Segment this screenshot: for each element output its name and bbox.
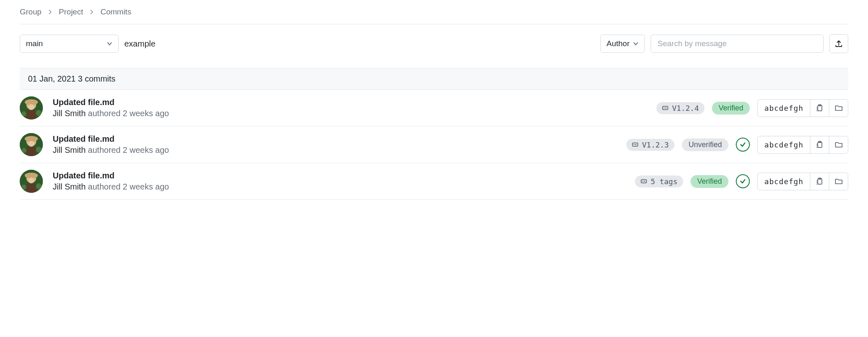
- verify-badge[interactable]: Unverified: [682, 138, 728, 151]
- tag-icon: [641, 178, 647, 185]
- date-header: 01 Jan, 2021 3 commits: [20, 68, 848, 90]
- path-text: example: [124, 39, 156, 49]
- verify-label: Verified: [719, 104, 743, 112]
- verify-label: Unverified: [688, 140, 722, 149]
- commit-row: Updated file.md Jill Smith authored 2 we…: [20, 126, 848, 163]
- breadcrumb: Group Project Commits: [20, 7, 848, 24]
- copy-sha-button[interactable]: [810, 100, 829, 117]
- commit-title[interactable]: Updated file.md: [53, 134, 169, 144]
- branch-name: main: [26, 39, 43, 48]
- check-icon: [739, 141, 747, 148]
- clipboard-icon: [816, 177, 824, 185]
- commit-meta: Jill Smith authored 2 weeks ago: [53, 182, 169, 192]
- tag-pill[interactable]: V1.2.4: [656, 102, 705, 114]
- browse-files-button[interactable]: [829, 100, 848, 117]
- breadcrumb-project[interactable]: Project: [59, 7, 83, 16]
- date-label: 01 Jan, 2021: [28, 74, 76, 83]
- export-icon: [835, 40, 843, 48]
- branch-select[interactable]: main: [20, 35, 119, 53]
- time-text: 2 weeks ago: [123, 182, 169, 191]
- chevron-down-icon: [107, 42, 112, 46]
- chevron-down-icon: [633, 42, 639, 46]
- breadcrumb-commits[interactable]: Commits: [100, 7, 131, 16]
- export-button[interactable]: [829, 34, 848, 53]
- commit-meta: Jill Smith authored 2 weeks ago: [53, 145, 169, 155]
- folder-icon: [835, 140, 843, 149]
- copy-sha-button[interactable]: [810, 173, 829, 190]
- clipboard-icon: [816, 104, 824, 112]
- action-text: authored: [88, 182, 121, 191]
- toolbar: main example Author: [20, 24, 848, 68]
- commit-meta: Jill Smith authored 2 weeks ago: [53, 109, 169, 118]
- author-filter[interactable]: Author: [600, 35, 645, 53]
- tag-icon: [632, 141, 639, 148]
- sha-group: abcdefgh: [757, 99, 848, 117]
- sha-group: abcdefgh: [757, 136, 848, 154]
- commit-count: 3 commits: [78, 74, 115, 83]
- action-text: authored: [88, 109, 121, 118]
- folder-icon: [835, 104, 843, 112]
- author-label: Author: [607, 39, 630, 48]
- commit-sha[interactable]: abcdefgh: [758, 100, 810, 117]
- commit-sha[interactable]: abcdefgh: [758, 173, 810, 190]
- tag-pill[interactable]: V1.2.3: [626, 139, 674, 151]
- tag-label: V1.2.4: [672, 104, 699, 112]
- author-name[interactable]: Jill Smith: [53, 109, 86, 118]
- avatar[interactable]: [20, 133, 43, 156]
- clipboard-icon: [816, 140, 824, 149]
- commit-title[interactable]: Updated file.md: [53, 98, 169, 107]
- author-name[interactable]: Jill Smith: [53, 182, 86, 191]
- action-text: authored: [88, 145, 121, 154]
- tag-pill[interactable]: 5 tags: [635, 176, 683, 187]
- browse-files-button[interactable]: [829, 173, 848, 190]
- pipeline-status[interactable]: [736, 174, 750, 188]
- avatar[interactable]: [20, 170, 43, 193]
- folder-icon: [835, 177, 843, 185]
- tag-label: 5 tags: [651, 177, 677, 186]
- time-text: 2 weeks ago: [123, 109, 169, 118]
- verify-badge[interactable]: Verified: [691, 175, 728, 188]
- chevron-right-icon: [90, 9, 94, 14]
- sha-group: abcdefgh: [757, 173, 848, 190]
- browse-files-button[interactable]: [829, 136, 848, 153]
- time-text: 2 weeks ago: [123, 145, 169, 154]
- chevron-right-icon: [48, 9, 52, 14]
- commit-row: Updated file.md Jill Smith authored 2 we…: [20, 90, 848, 126]
- avatar[interactable]: [20, 96, 43, 119]
- tag-icon: [662, 105, 669, 111]
- commit-row: Updated file.md Jill Smith authored 2 we…: [20, 163, 848, 200]
- verify-badge[interactable]: Verified: [712, 102, 750, 115]
- copy-sha-button[interactable]: [810, 136, 829, 153]
- search-input[interactable]: [651, 35, 824, 53]
- verify-label: Verified: [697, 177, 722, 186]
- commit-title[interactable]: Updated file.md: [53, 171, 169, 180]
- tag-label: V1.2.3: [642, 140, 669, 149]
- commit-sha[interactable]: abcdefgh: [758, 136, 810, 153]
- author-name[interactable]: Jill Smith: [53, 145, 86, 154]
- breadcrumb-group[interactable]: Group: [20, 7, 42, 16]
- pipeline-status[interactable]: [736, 138, 750, 152]
- check-icon: [739, 178, 747, 185]
